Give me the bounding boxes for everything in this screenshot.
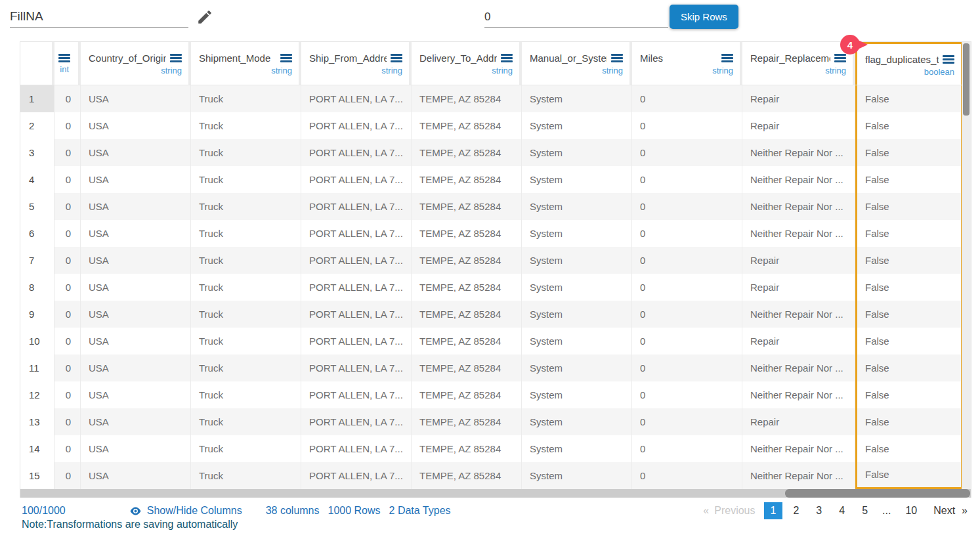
table-cell[interactable]: PORT ALLEN, LA 7...: [301, 462, 412, 489]
show-hide-columns-button[interactable]: Show/Hide Columns: [129, 505, 242, 517]
table-cell[interactable]: 0: [632, 301, 742, 328]
column-menu-icon[interactable]: [834, 54, 846, 62]
table-cell[interactable]: Truck: [191, 355, 301, 381]
table-cell[interactable]: Neither Repair Nor ...: [742, 193, 855, 220]
table-cell[interactable]: TEMPE, AZ 85284: [412, 166, 522, 193]
table-cell[interactable]: 0: [54, 112, 81, 139]
table-cell[interactable]: 0: [54, 381, 81, 408]
table-cell[interactable]: TEMPE, AZ 85284: [412, 435, 522, 462]
edit-name-button[interactable]: [195, 8, 215, 28]
table-cell[interactable]: 0: [54, 193, 81, 220]
table-cell[interactable]: 0: [632, 435, 742, 462]
table-cell[interactable]: Neither Repair Nor ...: [742, 139, 855, 166]
table-cell[interactable]: PORT ALLEN, LA 7...: [301, 355, 412, 381]
table-cell[interactable]: 0: [54, 166, 81, 193]
table-cell[interactable]: System: [522, 85, 632, 112]
table-cell[interactable]: False: [855, 435, 963, 462]
table-cell[interactable]: Repair: [742, 328, 855, 355]
table-cell[interactable]: 0: [632, 274, 742, 301]
horizontal-scrollbar[interactable]: [20, 489, 971, 498]
table-cell[interactable]: Truck: [191, 462, 301, 489]
column-menu-icon[interactable]: [721, 54, 733, 62]
pagination-next[interactable]: Next: [926, 505, 960, 517]
table-cell[interactable]: TEMPE, AZ 85284: [412, 112, 522, 139]
row-number[interactable]: 14: [20, 435, 54, 462]
table-cell[interactable]: Truck: [191, 193, 301, 220]
table-cell[interactable]: System: [522, 274, 632, 301]
table-cell[interactable]: 0: [54, 247, 81, 274]
table-cell[interactable]: Repair: [742, 85, 855, 112]
table-cell[interactable]: 0: [632, 220, 742, 247]
table-cell[interactable]: USA: [81, 274, 191, 301]
table-cell[interactable]: USA: [81, 301, 191, 328]
table-cell[interactable]: False: [855, 139, 963, 166]
table-cell[interactable]: USA: [81, 328, 191, 355]
table-cell[interactable]: False: [855, 166, 963, 193]
table-cell[interactable]: False: [855, 112, 963, 139]
table-cell[interactable]: 0: [54, 85, 81, 112]
table-cell[interactable]: TEMPE, AZ 85284: [412, 301, 522, 328]
table-cell[interactable]: PORT ALLEN, LA 7...: [301, 435, 412, 462]
table-cell[interactable]: Truck: [191, 381, 301, 408]
table-cell[interactable]: USA: [81, 408, 191, 435]
row-number[interactable]: 8: [20, 274, 54, 301]
table-cell[interactable]: TEMPE, AZ 85284: [412, 247, 522, 274]
table-cell[interactable]: 0: [54, 274, 81, 301]
transform-name-input[interactable]: [10, 5, 188, 28]
table-cell[interactable]: USA: [81, 462, 191, 489]
table-cell[interactable]: USA: [81, 193, 191, 220]
table-cell[interactable]: TEMPE, AZ 85284: [412, 328, 522, 355]
table-cell[interactable]: TEMPE, AZ 85284: [412, 274, 522, 301]
table-cell[interactable]: 0: [632, 355, 742, 381]
column-menu-icon[interactable]: [391, 54, 402, 62]
table-cell[interactable]: System: [522, 301, 632, 328]
table-cell[interactable]: Truck: [191, 328, 301, 355]
table-cell[interactable]: System: [522, 247, 632, 274]
table-cell[interactable]: 0: [632, 139, 742, 166]
column-menu-icon[interactable]: [611, 54, 623, 62]
table-cell[interactable]: System: [522, 166, 632, 193]
table-cell[interactable]: PORT ALLEN, LA 7...: [301, 193, 412, 220]
table-cell[interactable]: 0: [632, 462, 742, 489]
table-cell[interactable]: System: [522, 408, 632, 435]
table-cell[interactable]: TEMPE, AZ 85284: [412, 220, 522, 247]
table-cell[interactable]: USA: [81, 166, 191, 193]
table-cell[interactable]: 0: [632, 381, 742, 408]
table-cell[interactable]: PORT ALLEN, LA 7...: [301, 408, 412, 435]
table-cell[interactable]: PORT ALLEN, LA 7...: [301, 381, 412, 408]
table-cell[interactable]: 0: [632, 328, 742, 355]
table-cell[interactable]: 0: [54, 220, 81, 247]
table-cell[interactable]: 0: [54, 301, 81, 328]
table-cell[interactable]: Neither Repair Nor ...: [742, 355, 855, 381]
table-cell[interactable]: Repair: [742, 274, 855, 301]
table-cell[interactable]: Repair: [742, 112, 855, 139]
table-cell[interactable]: PORT ALLEN, LA 7...: [301, 301, 412, 328]
row-number[interactable]: 13: [20, 408, 54, 435]
pagination-page[interactable]: 3: [809, 502, 828, 519]
pagination-page[interactable]: 4: [832, 502, 851, 519]
next-arrow-icon[interactable]: »: [960, 505, 971, 517]
pagination-page[interactable]: 2: [786, 502, 805, 519]
row-number[interactable]: 10: [20, 328, 54, 355]
table-cell[interactable]: 0: [632, 247, 742, 274]
table-cell[interactable]: Truck: [191, 408, 301, 435]
skip-rows-button[interactable]: Skip Rows: [670, 5, 738, 29]
table-cell[interactable]: 0: [54, 462, 81, 489]
table-cell[interactable]: Truck: [191, 274, 301, 301]
table-cell[interactable]: Neither Repair Nor ...: [742, 301, 855, 328]
table-cell[interactable]: PORT ALLEN, LA 7...: [301, 166, 412, 193]
table-cell[interactable]: False: [855, 85, 963, 112]
table-cell[interactable]: USA: [81, 220, 191, 247]
table-cell[interactable]: False: [855, 220, 963, 247]
table-cell[interactable]: 0: [632, 408, 742, 435]
table-cell[interactable]: Truck: [191, 166, 301, 193]
horizontal-scrollbar-thumb[interactable]: [785, 489, 970, 498]
table-cell[interactable]: PORT ALLEN, LA 7...: [301, 112, 412, 139]
row-number[interactable]: 6: [20, 220, 54, 247]
vertical-scrollbar-thumb[interactable]: [963, 43, 969, 116]
table-cell[interactable]: 0: [54, 328, 81, 355]
table-cell[interactable]: Neither Repair Nor ...: [742, 220, 855, 247]
table-cell[interactable]: Repair: [742, 247, 855, 274]
table-cell[interactable]: Truck: [191, 112, 301, 139]
table-cell[interactable]: System: [522, 328, 632, 355]
